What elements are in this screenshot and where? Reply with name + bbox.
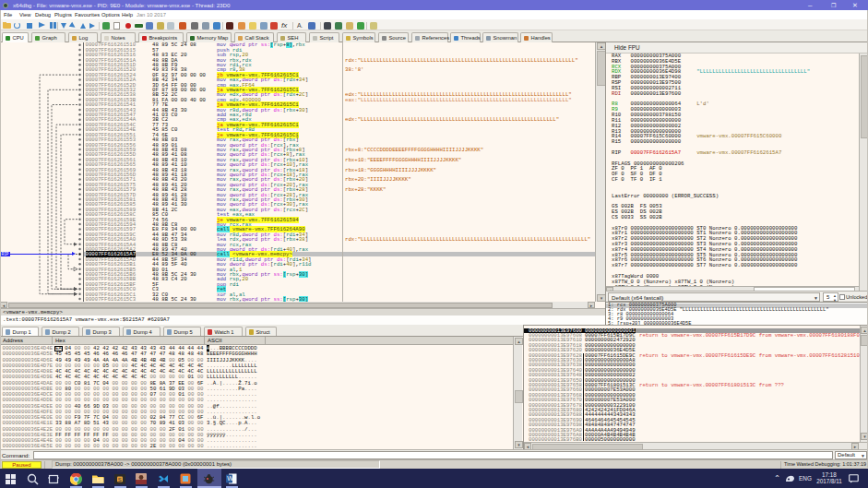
svg-text:S: S — [118, 476, 122, 482]
svg-text:W: W — [227, 475, 233, 482]
